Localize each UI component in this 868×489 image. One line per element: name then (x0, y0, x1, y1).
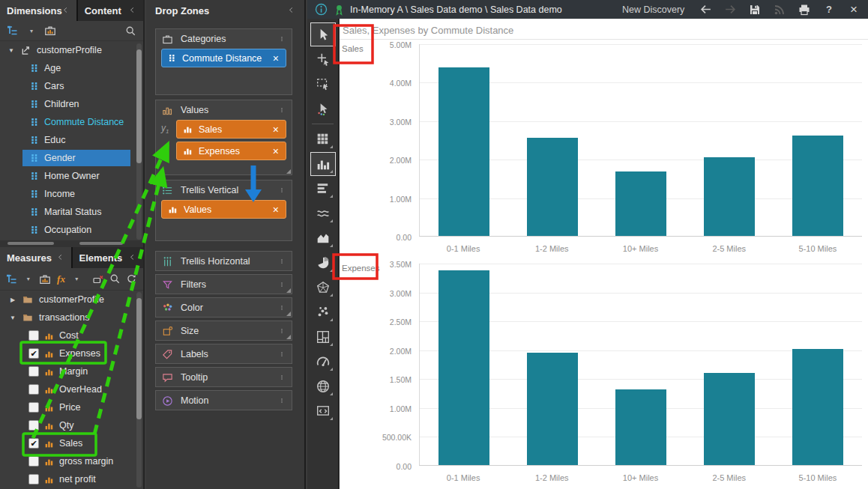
tab-measures[interactable]: Measures (0, 247, 71, 268)
tool-gauge[interactable] (310, 350, 336, 374)
caret-down-icon[interactable]: ▼ (9, 315, 16, 321)
bar-1-2-miles[interactable] (527, 138, 578, 236)
checkbox-gross-margin[interactable] (28, 456, 39, 467)
dimension-item-children[interactable]: Children (0, 95, 143, 113)
kebab-menu-icon[interactable] (277, 278, 287, 291)
chip-expenses[interactable]: Expenses× (176, 142, 286, 160)
tool-pointer[interactable] (310, 22, 336, 46)
tool-marquee-select[interactable] (310, 72, 336, 96)
tool-pie-chart[interactable] (310, 251, 336, 275)
collapse-tab-icon[interactable] (57, 253, 64, 262)
collapse-tab-icon[interactable] (129, 253, 136, 262)
tool-treemap[interactable] (310, 325, 336, 349)
kebab-menu-icon[interactable] (277, 301, 287, 315)
model-icon-button[interactable] (43, 24, 57, 37)
checkbox-overhead[interactable] (28, 384, 39, 395)
drop-zone-categories[interactable]: CategoriesCommute Distance× (155, 28, 292, 95)
checkbox-margin[interactable] (28, 366, 39, 377)
kebab-menu-icon[interactable] (277, 324, 287, 338)
checkbox-sales[interactable]: ✔ (28, 438, 39, 449)
bar-0-1-miles[interactable] (438, 67, 489, 236)
collapse-panel-icon[interactable] (288, 6, 295, 15)
collapse-tab-icon[interactable] (129, 6, 136, 15)
bar-10-miles[interactable] (615, 171, 666, 236)
dimension-item-marital-status[interactable]: Marital Status (0, 203, 143, 221)
tool-column-chart[interactable] (310, 152, 336, 176)
tool-scatter-chart[interactable] (310, 300, 336, 324)
tab-elements[interactable]: Elements (73, 247, 144, 268)
drop-zone-motion[interactable]: Motion (155, 390, 292, 410)
bar-2-5-miles[interactable] (704, 373, 755, 465)
drop-zone-trellis-vertical[interactable]: Trellis VerticalValues× (155, 180, 292, 241)
measures-scrollbar[interactable] (136, 292, 142, 488)
measure-item-margin[interactable]: Margin (0, 362, 143, 380)
measure-item-cost[interactable]: Cost (0, 326, 143, 344)
checkbox-net-profit[interactable] (28, 474, 39, 485)
kebab-menu-icon[interactable] (277, 347, 287, 361)
hierarchy-view-icon[interactable] (6, 273, 18, 286)
remove-chip-icon[interactable]: × (272, 124, 280, 135)
print-button[interactable] (798, 3, 811, 16)
kebab-menu-icon[interactable] (277, 183, 287, 197)
save-button[interactable] (748, 3, 762, 16)
bar-1-2-miles[interactable] (527, 353, 578, 465)
tool-bar-chart[interactable] (310, 177, 336, 201)
chip-values[interactable]: Values× (161, 200, 286, 219)
dimension-item-cars[interactable]: Cars (0, 77, 143, 95)
dimension-item-home-owner[interactable]: Home Owner (0, 167, 143, 185)
dimension-item-commute-distance[interactable]: Commute Distance (0, 113, 143, 131)
rss-button[interactable] (773, 3, 786, 16)
info-icon[interactable] (314, 3, 328, 16)
view-dropdown-icon[interactable]: ▾ (25, 24, 38, 37)
bar-2-5-miles[interactable] (704, 157, 755, 236)
checkbox-price[interactable] (28, 402, 39, 413)
measure-item-expenses[interactable]: ✔Expenses (0, 344, 143, 362)
measure-folder-transactions[interactable]: ▼transactions (0, 309, 143, 326)
hierarchy-view-icon[interactable] (6, 24, 19, 37)
drop-zone-filters[interactable]: Filters (155, 274, 292, 294)
tool-grid-view[interactable] (310, 127, 336, 151)
formulas-dropdown-icon[interactable]: ▾ (71, 273, 82, 286)
formulas-icon[interactable]: fx (56, 273, 67, 286)
caret-right-icon[interactable]: ▶ (9, 297, 16, 303)
refresh-icon[interactable] (126, 273, 137, 286)
tool-lasso-points[interactable] (310, 97, 336, 121)
horizontal-scrollbar[interactable] (0, 240, 143, 247)
back-button[interactable] (699, 3, 712, 16)
dimension-item-gender[interactable]: Gender (0, 149, 143, 167)
dimension-item-age[interactable]: Age (0, 59, 143, 77)
chip-commute-distance[interactable]: Commute Distance× (161, 49, 286, 67)
checkbox-qty[interactable] (28, 420, 39, 431)
drop-zone-color[interactable]: Color (155, 297, 292, 318)
help-button[interactable]: ? (822, 3, 836, 16)
remove-chip-icon[interactable]: × (272, 146, 280, 157)
remove-chip-icon[interactable]: × (272, 53, 280, 64)
view-dropdown-icon[interactable]: ▾ (23, 273, 34, 286)
forward-button[interactable] (723, 3, 737, 16)
dimension-item-income[interactable]: Income (0, 185, 143, 203)
bar-10-miles[interactable] (615, 389, 666, 465)
kebab-menu-icon[interactable] (277, 394, 287, 407)
search-icon[interactable] (124, 24, 137, 37)
measure-item-qty[interactable]: Qty (0, 416, 143, 434)
tool-crosshair-pointer[interactable] (310, 47, 336, 71)
dimensions-scrollbar[interactable] (136, 43, 142, 240)
bar-5-10-miles[interactable] (792, 136, 843, 236)
collapse-tab-icon[interactable] (62, 6, 70, 15)
drop-zone-values[interactable]: Valuesy1Sales×y1Expenses× (155, 100, 292, 175)
measure-item-sales[interactable]: ✔Sales (0, 434, 143, 452)
measure-item-net-profit[interactable]: net profit (0, 470, 143, 488)
tab-dimensions[interactable]: Dimensions (0, 0, 76, 21)
tool-area-chart[interactable] (310, 226, 336, 250)
model-icon-button[interactable] (39, 273, 51, 286)
dimension-root-customerprofile[interactable]: ▼customerProfile (0, 41, 143, 59)
drop-zone-labels[interactable]: Labels (155, 344, 292, 364)
checkbox-expenses[interactable]: ✔ (28, 348, 39, 359)
kebab-menu-icon[interactable] (277, 103, 287, 117)
tab-content[interactable]: Content (78, 0, 143, 21)
search-icon[interactable] (109, 273, 121, 286)
tool-map-globe[interactable] (310, 374, 336, 398)
drop-zone-trellis-horizontal[interactable]: Trellis Horizontal (155, 251, 292, 271)
bar-5-10-miles[interactable] (792, 349, 843, 465)
drop-zone-tooltip[interactable]: Tooltip (155, 367, 292, 387)
